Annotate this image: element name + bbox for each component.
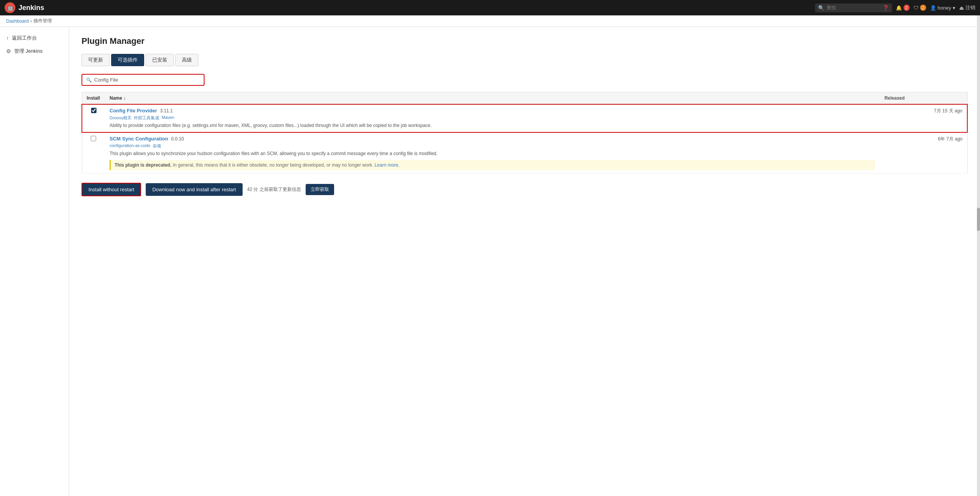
sidebar: ↑ 返回工作台 ⚙ 管理 Jenkins [0,27,69,496]
bottom-bar: Install without restart Download now and… [82,183,968,196]
row1-install-cell [82,104,105,132]
sidebar-item-manage-jenkins[interactable]: ⚙ 管理 Jenkins [0,45,69,58]
breadcrumb-current: 插件管理 [33,18,52,24]
row2-tag-0[interactable]: configuration-as-code [110,143,150,149]
row1-name-link[interactable]: Config File Provider [110,108,157,114]
row2-tags: configuration-as-code 杂项 [110,143,875,149]
search-icon: 🔍 [818,5,824,11]
col-name[interactable]: Name ↓ [105,92,880,105]
row2-version: 0.0.10 [171,136,184,142]
row1-tag-2[interactable]: Maven [161,115,174,121]
deprecated-label: This plugin is deprecated. [115,162,171,168]
row1-tag-0[interactable]: Groovy相关 [110,115,131,121]
sidebar-item-return-workspace[interactable]: ↑ 返回工作台 [0,32,69,45]
tab-updates[interactable]: 可更新 [82,54,110,66]
page-title: Plugin Manager [82,36,968,46]
row2-released: 6年 7月 ago [880,132,967,173]
row1-tag-1[interactable]: 外部工具集成 [134,115,159,121]
tab-available[interactable]: 可选插件 [111,54,144,66]
deprecated-notice: This plugin is deprecated. In general, t… [110,160,875,170]
username-label: honey [938,5,951,11]
alerts-btn[interactable]: 🛡 2 [913,5,926,11]
tab-advanced[interactable]: 高级 [175,54,198,66]
row2-name-line: SCM Sync Configuration 0.0.10 [110,136,875,142]
main-content: Plugin Manager 可更新 可选插件 已安装 高级 🔍 Install… [69,27,980,496]
logout-btn[interactable]: ⏏ 注销 [959,4,975,11]
row1-name-cell: Config File Provider 3.11.1 Groovy相关 外部工… [105,104,880,132]
row2-install-cell [82,132,105,173]
notifications-btn[interactable]: 🔔 2 [896,5,910,11]
row2-checkbox[interactable] [91,136,96,141]
tab-installed[interactable]: 已安装 [146,54,174,66]
jenkins-title: Jenkins [18,4,44,12]
gear-icon: ⚙ [6,48,11,54]
scrollbar-thumb[interactable] [977,208,980,231]
user-menu-btn[interactable]: 👤 honey ▾ [930,5,955,11]
alerts-badge: 2 [920,5,926,11]
top-navigation: 🤖 Jenkins 🔍 ❓ 🔔 2 🛡 2 👤 honey ▾ ⏏ 注销 [0,0,980,15]
row1-version: 3.11.1 [160,108,173,114]
main-layout: ↑ 返回工作台 ⚙ 管理 Jenkins Plugin Manager 可更新 … [0,27,980,496]
search-icon: 🔍 [86,77,92,83]
breadcrumb-dashboard[interactable]: Dashboard [6,18,29,24]
notifications-badge: 2 [903,5,910,11]
logout-label: 注销 [965,4,975,11]
col-released: Released [880,92,967,105]
row2-name-link[interactable]: SCM Sync Configuration [110,136,168,142]
help-icon: ❓ [883,5,889,11]
scrollbar-track[interactable] [977,15,980,496]
row1-description: Ability to provide configuration files (… [110,122,875,129]
topnav-icons: 🔔 2 🛡 2 👤 honey ▾ ⏏ 注销 [896,4,975,11]
breadcrumb: Dashboard › 插件管理 [0,15,980,27]
sidebar-manage-label: 管理 Jenkins [14,48,43,55]
deprecated-detail: In general, this means that it is either… [173,162,374,168]
row1-checkbox[interactable] [91,108,97,113]
jenkins-logo: 🤖 Jenkins [5,2,44,13]
table-header-row: Install Name ↓ Released [82,92,967,105]
table-row: Config File Provider 3.11.1 Groovy相关 外部工… [82,104,967,132]
refresh-btn[interactable]: 立即获取 [306,184,334,195]
table-row: SCM Sync Configuration 0.0.10 configurat… [82,132,967,173]
download-now-btn[interactable]: Download now and install after restart [146,183,243,196]
learn-more-link[interactable]: Learn more. [374,162,399,168]
update-info-text: 42 分 之前获取了更新信息 [247,186,301,193]
plugin-table: Install Name ↓ Released Config File Prov… [82,92,968,174]
plugin-search-input[interactable] [94,77,200,83]
return-icon: ↑ [6,35,9,41]
plugin-search-box[interactable]: 🔍 [82,74,205,86]
row2-description: This plugin allows you to synchronize yo… [110,150,875,157]
plugin-tabs: 可更新 可选插件 已安装 高级 [82,54,968,66]
search-input[interactable] [827,5,880,10]
jenkins-logo-icon: 🤖 [5,2,15,13]
install-without-restart-btn[interactable]: Install without restart [82,183,141,196]
row1-name-line: Config File Provider 3.11.1 [110,108,875,114]
row1-tags: Groovy相关 外部工具集成 Maven [110,115,875,121]
global-search-box[interactable]: 🔍 ❓ [815,3,892,12]
row2-tag-1[interactable]: 杂项 [153,143,161,149]
row1-released: 7月 15 天 ago [880,104,967,132]
row2-name-cell: SCM Sync Configuration 0.0.10 configurat… [105,132,880,173]
col-install: Install [82,92,105,105]
sidebar-return-label: 返回工作台 [12,35,37,42]
breadcrumb-sep: › [30,18,32,24]
